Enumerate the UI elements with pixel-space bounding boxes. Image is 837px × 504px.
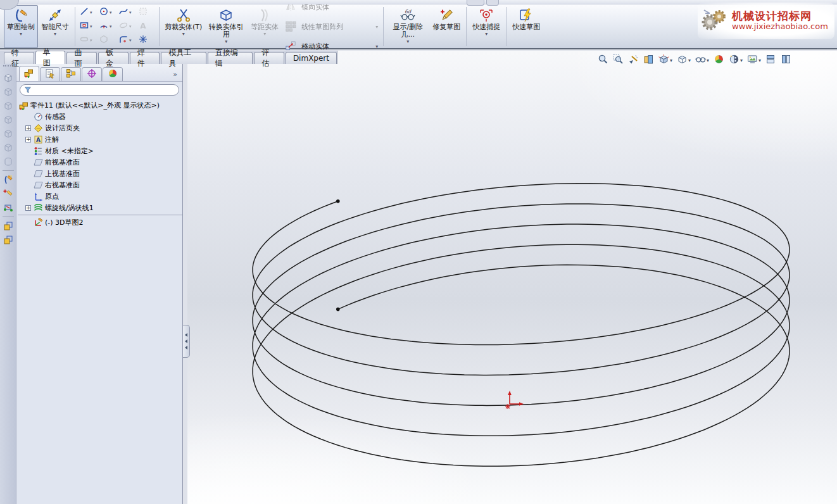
display-delete-relations-button[interactable]: 6d显示/删除几...▾ bbox=[386, 5, 429, 48]
fillet-tool[interactable]: ▾ bbox=[117, 34, 137, 47]
tab-评估[interactable]: 评估 bbox=[254, 52, 284, 64]
overflow-chevron-icon[interactable]: » bbox=[173, 70, 180, 81]
dropdown-arrow-icon[interactable]: ▾ bbox=[485, 31, 488, 37]
tree-item[interactable]: +(-) 3D草图2 bbox=[16, 217, 182, 228]
dropdown-arrow-icon[interactable]: ▾ bbox=[375, 44, 379, 49]
dropdown-arrow-icon[interactable]: ▾ bbox=[129, 38, 132, 43]
property-manager-tab[interactable] bbox=[40, 67, 60, 81]
expand-toggle-icon[interactable]: + bbox=[25, 125, 31, 131]
cube-wire-icon[interactable] bbox=[1, 113, 15, 127]
filter-input[interactable] bbox=[34, 86, 175, 94]
mini-tab[interactable] bbox=[467, 0, 484, 6]
convert-entities-button[interactable]: 转换实体引用▾ bbox=[205, 5, 248, 48]
tab-曲面[interactable]: 曲面 bbox=[66, 52, 97, 64]
dropdown-arrow-icon[interactable]: ▾ bbox=[406, 39, 409, 44]
rapid-sketch-button[interactable]: 快速草图 bbox=[509, 5, 543, 48]
repair-sketch-button[interactable]: 修复草图 bbox=[429, 5, 463, 48]
quick-snaps-button[interactable]: 快速捕捉▾ bbox=[469, 5, 503, 48]
gold-cube-icon[interactable] bbox=[1, 233, 15, 247]
tree-item[interactable]: +A注解 bbox=[16, 134, 182, 145]
tree-item[interactable]: +前视基准面 bbox=[16, 156, 182, 168]
tree-filter[interactable] bbox=[20, 84, 179, 96]
scene-canvas[interactable] bbox=[187, 51, 837, 504]
tab-草图[interactable]: 草图 bbox=[35, 51, 66, 64]
tab-钣金[interactable]: 钣金 bbox=[98, 52, 129, 64]
expand-toggle-icon[interactable]: + bbox=[25, 137, 31, 142]
zoom-area-button[interactable] bbox=[613, 54, 624, 67]
configuration-manager-tab[interactable] bbox=[61, 67, 81, 81]
display-manager-tab[interactable] bbox=[103, 67, 123, 81]
cube-wire-icon[interactable] bbox=[1, 127, 15, 141]
tab-焊件[interactable]: 焊件 bbox=[130, 52, 160, 64]
arc-tool[interactable]: ▾ bbox=[98, 20, 117, 34]
tab-特征[interactable]: 特征 bbox=[4, 52, 34, 64]
dropdown-arrow-icon[interactable]: ▾ bbox=[110, 10, 112, 15]
helix-endpoint[interactable] bbox=[336, 308, 340, 312]
spline-tool[interactable]: ▾ bbox=[117, 6, 137, 20]
helix-curve[interactable] bbox=[253, 184, 790, 467]
dropdown-arrow-icon[interactable]: ▾ bbox=[90, 38, 92, 43]
cube-wire-icon[interactable] bbox=[1, 99, 15, 113]
tab-模具工具[interactable]: 模具工具 bbox=[161, 52, 206, 64]
circle-tool[interactable]: ▾ bbox=[98, 6, 117, 20]
rectangle-tool[interactable]: ▾ bbox=[78, 20, 98, 34]
scene-monitor-button[interactable]: ▾ bbox=[747, 54, 761, 67]
trim-entities-button[interactable]: 剪裁实体(T)▾ bbox=[162, 5, 205, 48]
tree-item[interactable]: +原点 bbox=[16, 191, 182, 202]
smart-dimension-button[interactable]: 智能尺寸▾ bbox=[38, 5, 72, 48]
graphics-viewport[interactable]: ▾▾▾▾▾ bbox=[187, 51, 837, 504]
sketch-color-icon[interactable] bbox=[1, 173, 15, 187]
polygon-tool[interactable] bbox=[98, 34, 117, 47]
dropdown-arrow-icon[interactable]: ▾ bbox=[54, 31, 56, 37]
tree-item[interactable]: +右视基准面 bbox=[16, 179, 182, 191]
apply-scene-button[interactable] bbox=[714, 54, 724, 67]
dropdown-arrow-icon[interactable]: ▾ bbox=[263, 31, 266, 37]
linear-sketch-pattern-button[interactable]: 线性草图阵列▾ bbox=[283, 18, 379, 35]
line-tool[interactable]: ▾ bbox=[78, 6, 98, 20]
point-tool[interactable] bbox=[137, 34, 156, 47]
display-style-button[interactable]: ▾ bbox=[677, 54, 691, 67]
sketch-draw-button[interactable]: 草图绘制▾ bbox=[4, 5, 38, 48]
move-color-icon[interactable] bbox=[1, 201, 15, 215]
hide-show-button[interactable]: ▾ bbox=[695, 54, 709, 67]
dropdown-arrow-icon[interactable]: ▾ bbox=[20, 31, 22, 37]
expand-toggle-icon[interactable]: + bbox=[25, 205, 31, 211]
slot-tool[interactable]: ▾ bbox=[78, 34, 98, 47]
text-tool[interactable]: A bbox=[137, 20, 156, 34]
dropdown-arrow-icon[interactable]: ▾ bbox=[129, 24, 132, 29]
previous-view-button[interactable] bbox=[628, 54, 639, 67]
cube-wire-icon[interactable] bbox=[1, 141, 15, 154]
selection-box-tool[interactable] bbox=[137, 6, 156, 20]
tab-直接编辑[interactable]: 直接编辑 bbox=[208, 52, 253, 64]
origin-marker[interactable] bbox=[505, 391, 524, 409]
split-horizontal-button[interactable] bbox=[765, 54, 776, 67]
tree-item[interactable]: +螺旋线/涡状线1 bbox=[16, 202, 182, 213]
ellipse-tool[interactable]: ▾ bbox=[117, 20, 137, 34]
cube-round-icon[interactable] bbox=[1, 154, 15, 168]
zoom-fit-button[interactable] bbox=[598, 54, 608, 67]
pencil-plus-icon[interactable] bbox=[1, 187, 15, 201]
offset-entities-button[interactable]: 等距实体▾ bbox=[248, 5, 282, 48]
dropdown-arrow-icon[interactable]: ▾ bbox=[375, 24, 379, 30]
dropdown-arrow-icon[interactable]: ▾ bbox=[90, 24, 92, 29]
dropdown-arrow-icon[interactable]: ▾ bbox=[225, 39, 227, 44]
dropdown-arrow-icon[interactable]: ▾ bbox=[129, 10, 132, 15]
tree-item[interactable]: +上视基准面 bbox=[16, 168, 182, 179]
gold-cube-icon[interactable] bbox=[1, 219, 15, 233]
dropdown-arrow-icon[interactable]: ▾ bbox=[90, 10, 92, 15]
split-vertical-button[interactable] bbox=[781, 54, 791, 67]
dropdown-arrow-icon[interactable]: ▾ bbox=[110, 24, 112, 29]
tree-item[interactable]: +材质 <未指定> bbox=[16, 145, 182, 156]
tab-DimXpert[interactable]: DimXpert bbox=[286, 52, 337, 64]
helix-endpoint[interactable] bbox=[336, 199, 340, 203]
view-orientation-button[interactable]: ▾ bbox=[658, 54, 672, 67]
tree-item[interactable]: 零件11 (默认<<默认>_外观 显示状态>) bbox=[16, 99, 182, 111]
cube-wire-icon[interactable] bbox=[1, 85, 15, 99]
tree-item[interactable]: +传感器 bbox=[16, 111, 182, 122]
dropdown-arrow-icon[interactable]: ▾ bbox=[182, 31, 185, 37]
mini-tab[interactable] bbox=[486, 0, 499, 6]
tree-item[interactable]: +设计活页夹 bbox=[16, 122, 182, 134]
cube-shaded-icon[interactable] bbox=[1, 71, 15, 85]
panel-splitter-handle[interactable] bbox=[183, 325, 190, 358]
dimxpert-manager-tab[interactable] bbox=[82, 67, 102, 81]
